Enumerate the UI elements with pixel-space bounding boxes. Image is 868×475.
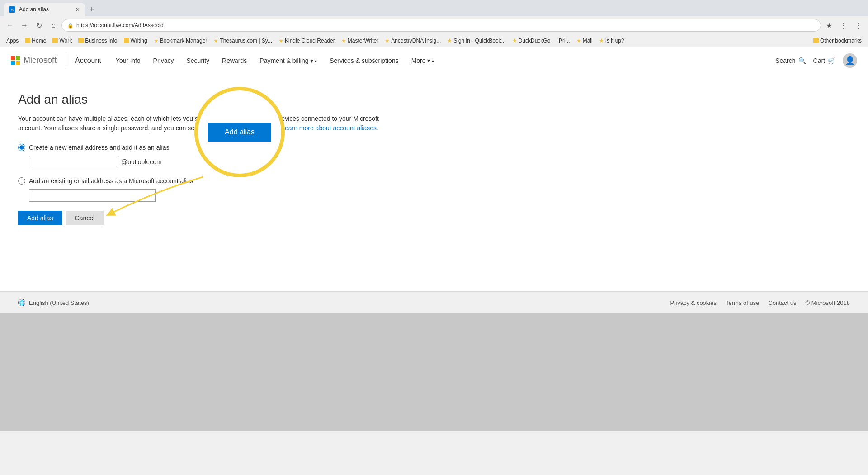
- lock-icon: 🔒: [67, 23, 74, 28]
- nav-payment-billing[interactable]: Payment & billing ▾: [254, 55, 322, 66]
- logo-sq-yellow: [16, 61, 20, 65]
- add-alias-button[interactable]: Add alias: [18, 211, 62, 225]
- bookmark-label: Thesaurus.com | Sy...: [220, 38, 272, 44]
- bookmark-button[interactable]: ★: [823, 19, 835, 32]
- main-content-area: Add an alias Your account can have multi…: [0, 74, 407, 252]
- star-icon: ★: [599, 38, 604, 44]
- option2-radio[interactable]: [18, 177, 25, 185]
- star-icon: ★: [213, 38, 218, 44]
- cart-icon: 🛒: [828, 57, 835, 64]
- url-text: https://account.live.com/AddAssocId: [76, 22, 815, 28]
- header-divider: [66, 54, 66, 67]
- folder-icon: [25, 38, 30, 43]
- user-icon: 👤: [845, 56, 855, 66]
- tab-favicon: A: [9, 6, 15, 13]
- cart-button[interactable]: Cart 🛒: [813, 57, 835, 64]
- back-button[interactable]: ←: [4, 19, 16, 32]
- bookmark-manager[interactable]: ★ Bookmark Manager: [151, 37, 210, 45]
- page-wrapper: Microsoft Account Your info Privacy Secu…: [0, 47, 868, 314]
- nav-actions: ★ ⋮ ⋮: [823, 19, 864, 32]
- option2-section: Add an existing email address as a Micro…: [18, 177, 389, 202]
- folder-icon: [124, 38, 129, 43]
- new-email-input[interactable]: [29, 156, 119, 168]
- bookmark-apps[interactable]: Apps: [4, 37, 21, 45]
- spotlight-add-alias-button[interactable]: Add alias: [208, 123, 271, 142]
- refresh-button[interactable]: ↻: [33, 19, 45, 32]
- nav-rewards[interactable]: Rewards: [217, 55, 252, 66]
- main-nav: Your info Privacy Security Rewards Payme…: [110, 55, 766, 66]
- bookmark-kindle[interactable]: ★ Kindle Cloud Reader: [276, 37, 338, 45]
- bookmark-quickbooks[interactable]: ★ Sign in - QuickBook...: [444, 37, 508, 45]
- browser-tab[interactable]: A Add an alias ×: [4, 3, 85, 16]
- bookmark-home[interactable]: Home: [22, 37, 49, 45]
- nav-bar: ← → ↻ ⌂ 🔒 https://account.live.com/AddAs…: [0, 16, 868, 34]
- bookmark-writing[interactable]: Writing: [121, 37, 150, 45]
- search-button[interactable]: Search 🔍: [775, 57, 806, 64]
- learn-more-link[interactable]: Learn more about account aliases.: [281, 124, 378, 132]
- bookmark-other[interactable]: Other bookmarks: [811, 37, 864, 45]
- site-header: Microsoft Account Your info Privacy Secu…: [0, 47, 868, 74]
- star-icon: ★: [447, 38, 452, 44]
- nav-services-subscriptions[interactable]: Services & subscriptions: [324, 55, 404, 66]
- folder-icon: [813, 38, 819, 43]
- nav-your-info[interactable]: Your info: [110, 55, 146, 66]
- footer-links: Privacy & cookies Terms of use Contact u…: [670, 299, 850, 306]
- forward-button[interactable]: →: [18, 19, 31, 32]
- bookmark-isitup[interactable]: ★ Is it up?: [596, 37, 627, 45]
- star-icon: ★: [385, 38, 390, 44]
- bookmark-masterwriter[interactable]: ★ MasterWriter: [339, 37, 381, 45]
- bookmark-duckduckgo[interactable]: ★ DuckDuckGo — Pri...: [509, 37, 573, 45]
- bookmark-business[interactable]: Business info: [75, 37, 120, 45]
- star-icon: ★: [341, 38, 346, 44]
- tab-close-button[interactable]: ×: [76, 6, 80, 13]
- globe-icon: 🌐: [18, 299, 25, 306]
- star-icon: ★: [154, 38, 159, 44]
- cart-label: Cart: [813, 57, 825, 64]
- menu-button[interactable]: ⋮: [852, 19, 864, 32]
- nav-more[interactable]: More ▾: [406, 55, 440, 66]
- bookmark-label: AncestryDNA Insig...: [391, 38, 441, 44]
- spotlight-overlay: Add alias: [194, 87, 285, 177]
- bookmark-label: Work: [59, 38, 72, 44]
- ms-logo-text: Microsoft: [24, 56, 57, 65]
- bookmarks-bar: Apps Home Work Business info Writing ★ B…: [0, 34, 868, 47]
- search-icon: 🔍: [798, 57, 806, 64]
- bookmark-ancestry[interactable]: ★ AncestryDNA Insig...: [382, 37, 443, 45]
- logo-sq-green: [16, 56, 20, 60]
- nav-security[interactable]: Security: [181, 55, 215, 66]
- bookmark-label: MasterWriter: [348, 38, 378, 44]
- page-footer: 🌐 English (United States) Privacy & cook…: [0, 291, 868, 314]
- option1-text: Create a new email address and add it as…: [29, 144, 170, 151]
- bookmark-work[interactable]: Work: [50, 37, 75, 45]
- bookmark-thesaurus[interactable]: ★ Thesaurus.com | Sy...: [211, 37, 275, 45]
- bookmark-label: Kindle Cloud Reader: [285, 38, 335, 44]
- bookmark-label: Writing: [131, 38, 147, 44]
- tab-title: Add an alias: [19, 6, 72, 13]
- folder-icon: [52, 38, 58, 43]
- contact-link[interactable]: Contact us: [768, 299, 796, 306]
- nav-privacy[interactable]: Privacy: [148, 55, 179, 66]
- option2-label[interactable]: Add an existing email address as a Micro…: [18, 177, 389, 185]
- bookmark-mail[interactable]: ★ Mail: [574, 37, 595, 45]
- privacy-cookies-link[interactable]: Privacy & cookies: [670, 299, 717, 306]
- button-row: Add alias Cancel: [18, 211, 389, 225]
- search-label: Search: [775, 57, 795, 64]
- existing-email-input[interactable]: [29, 189, 156, 202]
- option1-radio[interactable]: [18, 144, 25, 151]
- terms-link[interactable]: Terms of use: [726, 299, 759, 306]
- bookmark-label: Apps: [6, 38, 19, 44]
- new-tab-button[interactable]: +: [85, 3, 99, 16]
- copyright-text: © Microsoft 2018: [806, 299, 850, 306]
- bookmark-label: Home: [32, 38, 46, 44]
- bookmark-label: Business info: [85, 38, 117, 44]
- language-text: English (United States): [29, 299, 89, 306]
- cancel-button[interactable]: Cancel: [66, 211, 104, 225]
- bookmark-label: Bookmark Manager: [160, 38, 208, 44]
- home-button[interactable]: ⌂: [47, 19, 60, 32]
- user-avatar[interactable]: 👤: [843, 53, 857, 68]
- bookmark-label: Is it up?: [605, 38, 624, 44]
- extensions-button[interactable]: ⋮: [837, 19, 850, 32]
- address-bar[interactable]: 🔒 https://account.live.com/AddAssocId: [61, 19, 821, 32]
- ms-logo: Microsoft: [11, 56, 57, 65]
- option2-text: Add an existing email address as a Micro…: [29, 177, 193, 185]
